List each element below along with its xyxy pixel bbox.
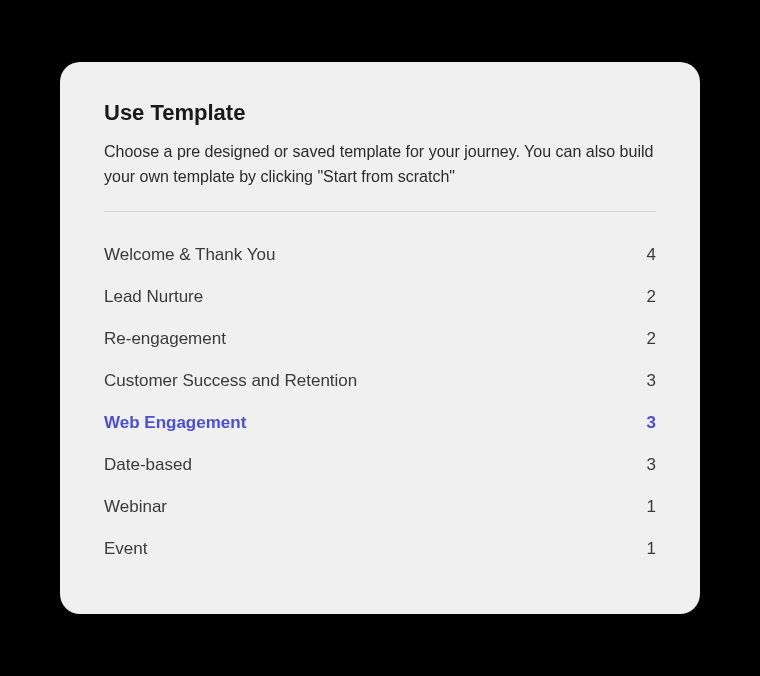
template-category-customer-success[interactable]: Customer Success and Retention 3 (104, 360, 656, 402)
template-category-list: Welcome & Thank You 4 Lead Nurture 2 Re-… (104, 234, 656, 570)
template-category-label: Web Engagement (104, 413, 647, 433)
modal-description: Choose a pre designed or saved template … (104, 140, 656, 190)
template-category-re-engagement[interactable]: Re-engagement 2 (104, 318, 656, 360)
template-category-count: 3 (647, 371, 656, 391)
template-category-count: 3 (647, 413, 656, 433)
template-category-label: Customer Success and Retention (104, 371, 647, 391)
modal-title: Use Template (104, 100, 656, 126)
template-category-count: 1 (647, 539, 656, 559)
template-category-web-engagement[interactable]: Web Engagement 3 (104, 402, 656, 444)
template-category-label: Event (104, 539, 647, 559)
template-category-label: Date-based (104, 455, 647, 475)
template-category-label: Webinar (104, 497, 647, 517)
template-category-count: 4 (647, 245, 656, 265)
template-category-welcome-thank-you[interactable]: Welcome & Thank You 4 (104, 234, 656, 276)
template-category-count: 2 (647, 287, 656, 307)
template-category-count: 1 (647, 497, 656, 517)
template-category-date-based[interactable]: Date-based 3 (104, 444, 656, 486)
template-category-count: 2 (647, 329, 656, 349)
template-category-lead-nurture[interactable]: Lead Nurture 2 (104, 276, 656, 318)
divider (104, 211, 656, 212)
template-category-label: Lead Nurture (104, 287, 647, 307)
template-category-label: Re-engagement (104, 329, 647, 349)
template-category-event[interactable]: Event 1 (104, 528, 656, 570)
use-template-modal: Use Template Choose a pre designed or sa… (60, 62, 700, 615)
template-category-label: Welcome & Thank You (104, 245, 647, 265)
template-category-count: 3 (647, 455, 656, 475)
template-category-webinar[interactable]: Webinar 1 (104, 486, 656, 528)
